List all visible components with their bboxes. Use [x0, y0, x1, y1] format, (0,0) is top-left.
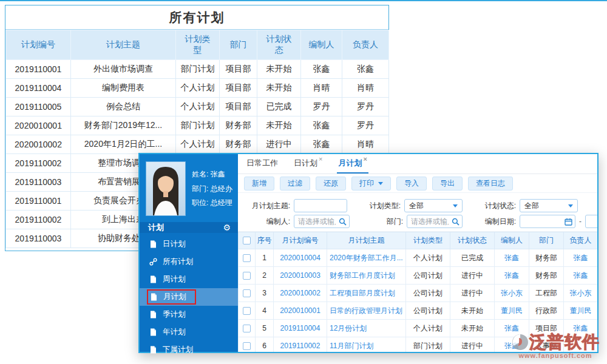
checkbox-cell	[239, 267, 256, 285]
toolbar-button-1[interactable]: 新增	[244, 177, 274, 190]
compile-date-to-input[interactable]	[585, 215, 597, 228]
cell-subject[interactable]: 财务部工作月度计划	[327, 267, 406, 285]
tab-3[interactable]: 月计划×	[337, 154, 368, 174]
cell-code[interactable]: 2019110004	[274, 320, 327, 337]
chevron-down-icon	[568, 204, 573, 207]
cell-compiler[interactable]: 张鑫	[495, 337, 529, 352]
table-header-row: 计划编号计划主题计划类型部门计划状态编制人负责人	[6, 30, 389, 60]
sidebar-item-6[interactable]: 年计划	[140, 323, 238, 341]
cell-compiler[interactable]: 张小东	[495, 285, 529, 302]
cell-subject[interactable]: 日常的行政管理月计划	[327, 302, 406, 320]
cell-subject[interactable]: 12月份计划	[327, 320, 406, 337]
sidebar-item-3[interactable]: 周计划	[140, 271, 238, 288]
tab-1[interactable]: 日常工作	[245, 154, 279, 174]
cell-compiler[interactable]: 董川民	[495, 302, 529, 320]
filter-theme: 月计划主题:	[244, 199, 347, 212]
cell-subject[interactable]: 工程项目部月度计划	[327, 285, 406, 302]
cell-code[interactable]: 2020010002	[274, 285, 327, 302]
row-checkbox[interactable]	[243, 289, 251, 297]
cell: 2019110003	[6, 229, 71, 248]
cell-subject[interactable]: 2020年财务部工作月...	[327, 249, 406, 267]
filter-status-label: 计划状态:	[477, 201, 516, 211]
row-checkbox[interactable]	[243, 254, 251, 262]
sidebar-item-1[interactable]: 日计划	[140, 235, 238, 253]
gear-icon[interactable]: ⚙	[223, 223, 231, 232]
checkbox-cell	[239, 320, 256, 337]
cell-subject[interactable]: 11月部门计划	[327, 337, 406, 352]
cell-type: 个人计划	[406, 320, 450, 337]
row-checkbox[interactable]	[243, 272, 251, 280]
file-icon	[149, 328, 157, 336]
column-header: 计划编号	[6, 30, 71, 60]
tab-2[interactable]: 日计划×	[293, 154, 324, 174]
cell: 已完成	[257, 98, 301, 116]
status-select[interactable]: 全部	[520, 199, 578, 212]
search-icon[interactable]	[452, 218, 459, 226]
cell-owner[interactable]: 张小东	[564, 285, 598, 302]
toolbar-button-3[interactable]: 还原	[316, 177, 346, 190]
date-range-separator: -	[579, 217, 582, 226]
row-checkbox[interactable]	[243, 325, 251, 332]
cell-owner[interactable]: 张鑫	[564, 267, 598, 285]
cell-compiler[interactable]: 张鑫	[495, 249, 529, 267]
button-label: 导出	[440, 178, 455, 189]
cell-owner[interactable]: 张鑫	[564, 320, 598, 337]
sidebar-item-label: 年计划	[163, 327, 186, 337]
cell-compiler[interactable]: 张鑫	[495, 267, 529, 285]
cell: 2020010001	[6, 116, 71, 135]
cell-dept: 人事部	[529, 337, 564, 352]
toolbar-button-5[interactable]: 导入	[396, 177, 427, 190]
cell-owner[interactable]: 张鑫	[564, 249, 598, 267]
cell-code[interactable]: 2019110002	[274, 337, 327, 352]
cell-owner[interactable]: 董川民	[564, 302, 598, 320]
filter-dept-label: 部门:	[364, 217, 403, 227]
search-icon[interactable]	[339, 218, 347, 226]
column-header: 负责人	[342, 30, 389, 60]
row-checkbox[interactable]	[243, 342, 251, 350]
toolbar-button-7[interactable]: 查看日志	[468, 177, 513, 190]
filter-compile-date-label: 编制日期:	[477, 217, 516, 227]
type-select[interactable]: 全部	[404, 199, 463, 212]
cell-code[interactable]: 2020010004	[274, 249, 327, 267]
sidebar-item-5[interactable]: 季计划	[140, 306, 238, 323]
cell-type: 公司计划	[406, 267, 450, 285]
cell: 2019110003	[6, 173, 71, 192]
cell-no: 3	[256, 285, 274, 302]
cell: 个人计划	[176, 79, 220, 98]
cell: 部门计划	[176, 116, 220, 135]
cell: 外出做市场调查	[71, 60, 176, 79]
checkbox-cell	[239, 285, 256, 302]
toolbar-button-2[interactable]: 过滤	[280, 177, 310, 190]
select-all-checkbox[interactable]	[243, 237, 251, 244]
close-icon[interactable]: ×	[319, 155, 322, 163]
theme-input[interactable]	[294, 199, 347, 212]
cell: 个人计划	[176, 98, 220, 116]
cell: 未开始	[257, 79, 301, 98]
cell-status: 进行中	[450, 337, 495, 352]
file-icon	[150, 293, 158, 301]
toolbar-button-6[interactable]: 导出	[432, 177, 463, 190]
cell-code[interactable]: 2020010001	[274, 302, 327, 320]
file-icon	[149, 311, 157, 318]
table-row: 42020010001日常的行政管理月计划公司计划未开始董川民行政部董川民	[239, 302, 598, 320]
row-checkbox[interactable]	[243, 307, 251, 315]
chevron-down-icon	[453, 204, 458, 207]
sidebar-item-2[interactable]: 所有计划	[140, 253, 238, 271]
sidebar-item-4[interactable]: 月计划	[140, 288, 238, 306]
tab-label: 日计划	[294, 158, 317, 167]
cell: 张鑫	[301, 60, 342, 79]
cell-code[interactable]: 2020010003	[274, 267, 327, 285]
table-row: 2019110004编制费用表个人计划项目部未开始肖晴肖晴	[6, 79, 389, 98]
column-header: 计划类型	[176, 30, 220, 60]
button-label: 新增	[252, 178, 266, 189]
cell-dept: 财务部	[529, 267, 564, 285]
close-icon[interactable]: ×	[363, 155, 367, 163]
calendar-icon[interactable]	[565, 218, 572, 226]
sidebar-item-7[interactable]: 下属计划	[140, 341, 238, 359]
filter-compiler: 编制人:	[244, 215, 350, 228]
cell: 罗丹	[342, 116, 389, 135]
cell: 肖晴	[342, 135, 389, 154]
toolbar-button-4[interactable]: 打印	[351, 177, 391, 190]
cell-owner[interactable]	[564, 337, 598, 352]
cell-compiler[interactable]: 张鑫	[495, 320, 529, 337]
